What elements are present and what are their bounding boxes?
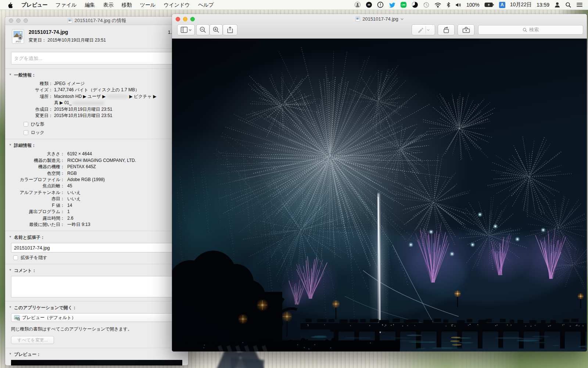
notification-center-icon[interactable] [576,0,583,10]
menu-bar-time[interactable]: 13:59 [537,2,549,8]
share-button[interactable] [223,24,237,35]
toolbox-icon [462,26,470,33]
detail-row-alpha: アルファチャンネル：いいえ [5,190,188,196]
battery-percent: 100% [466,2,480,8]
menu-item-view[interactable]: 表示 [99,0,118,10]
change-all-button[interactable]: すべてを変更... [11,336,54,344]
section-details-header: ▼詳細情報： [5,142,188,149]
menu-bar-date[interactable]: 10月22日 [510,1,532,8]
comment-textarea[interactable] [11,276,182,297]
detail-row-redeye: 赤目：いいえ [5,196,188,202]
chevron-down-icon [427,29,430,31]
search-field[interactable]: 検索 [478,25,583,35]
menu-bar: プレビュー ファイル 編集 表示 移動 ツール ウインドウ ヘルプ ∞ ! LI… [0,0,588,10]
window-controls [9,18,28,23]
menu-item-file[interactable]: ファイル [51,0,80,10]
disclosure-triangle-icon[interactable]: ▼ [9,143,12,146]
fireworks-photo [172,39,587,351]
preview-app-icon [14,315,20,321]
preview-window-header[interactable]: 20151017-74.jpg 検索 [172,14,587,39]
info-row-created: 作成日：2015年10月19日月曜日 23:51 [5,106,188,113]
section-comment: ▼コメント： [5,264,188,301]
markup-toolbox-button[interactable] [458,24,474,35]
section-open-with-header: ▼このアプリケーションで開く： [5,305,188,311]
info-row-location-2: 真 ▶ 01_ [5,100,188,106]
info-row-size: サイズ：1,747,746 バイト（ディスク上の 1.7 MB） [5,87,188,93]
alert-circle-icon[interactable]: ! [377,0,384,10]
creative-cloud-icon[interactable]: ∞ [366,0,372,10]
redacted-path-segment [73,102,104,105]
jpeg-file-icon: JPEG [11,29,25,44]
search-icon [523,28,527,32]
locked-checkbox[interactable] [24,130,28,135]
menu-item-go[interactable]: 移動 [118,0,136,10]
svg-text:!: ! [380,3,381,7]
section-preview: ▼プレビュー： [5,348,188,365]
title-chevron-icon[interactable] [400,18,404,21]
zoom-out-button[interactable] [196,24,209,35]
menu-item-edit[interactable]: 編集 [81,0,99,10]
preview-window: 20151017-74.jpg 検索 [172,14,587,351]
battery-charging-icon[interactable] [484,0,494,10]
wifi-icon[interactable] [434,0,441,10]
pie-menu-icon[interactable] [412,0,418,10]
disclosure-triangle-icon[interactable]: ▼ [9,305,12,309]
detail-row-model: 機器の機種：PENTAX 645Z [5,164,188,170]
user-circle-icon[interactable] [354,0,361,10]
stationery-checkbox[interactable] [24,122,28,127]
svg-text:∞: ∞ [368,3,370,7]
tags-section [5,48,188,68]
disclosure-triangle-icon[interactable]: ▼ [9,352,12,355]
sidebar-icon [180,26,189,33]
minimize-button[interactable] [16,18,21,23]
svg-text:JPEG: JPEG [15,40,21,43]
info-window: 20151017-74.jpg の情報 JPEG 20151017-74.jpg… [5,17,188,365]
menu-bar-status-area: ∞ ! LINE 100% A 10月22日 13:59 [354,0,584,10]
rotate-left-button[interactable] [438,24,455,35]
menu-item-app[interactable]: プレビュー [17,0,51,10]
redacted-path-segment [107,95,128,98]
input-source-badge[interactable]: A [499,2,505,8]
chevron-down-icon [189,29,192,31]
menu-item-window[interactable]: ウインドウ [159,0,194,10]
filename-input[interactable] [11,243,182,252]
zoom-button[interactable] [24,18,28,23]
tags-input[interactable] [11,52,182,64]
disclosure-triangle-icon[interactable]: ▼ [9,235,12,238]
section-name-ext-header: ▼名前と拡張子： [5,234,188,241]
svg-text:LINE: LINE [402,4,405,6]
menu-item-help[interactable]: ヘルプ [194,0,218,10]
section-general-header: ▼一般情報： [5,72,188,78]
line-app-icon[interactable]: LINE [400,0,407,10]
detail-row-lastopened: 最後に開いた日：一昨日 9:13 [5,222,188,228]
apple-menu-icon[interactable] [4,2,17,8]
info-row-modified: 変更日：2015年10月19日月曜日 23:51 [5,113,188,119]
time-machine-icon[interactable] [423,0,430,10]
volume-icon[interactable] [455,0,462,10]
detail-row-focal: 焦点距離：45 [5,183,188,189]
section-name-ext: ▼名前と拡張子： 拡張子を隠す [5,231,188,264]
disclosure-triangle-icon[interactable]: ▼ [9,268,12,272]
section-general: ▼一般情報： 種類：JPEG イメージ サイズ：1,747,746 バイト（ディ… [5,68,188,139]
bluetooth-icon[interactable] [446,0,451,10]
menu-item-tools[interactable]: ツール [136,0,160,10]
open-with-note: 同じ種類の書類はすべてこのアプリケーションで開きます。 [11,326,182,332]
hide-extension-checkbox[interactable] [13,255,18,260]
close-button[interactable] [9,18,13,23]
zoom-in-button[interactable] [209,24,223,35]
info-window-titlebar[interactable]: 20151017-74.jpg の情報 [5,17,188,25]
fast-user-switch-icon[interactable] [554,0,560,10]
markup-button-group[interactable] [412,24,435,35]
section-open-with: ▼このアプリケーションで開く： プレビュー（デフォルト） 同じ種類の書類はすべて… [5,301,188,348]
twitter-icon[interactable] [388,0,395,10]
preview-title-row: 20151017-74.jpg [172,16,587,22]
search-placeholder: 検索 [529,26,539,33]
sidebar-view-button[interactable] [177,24,195,35]
open-with-dropdown[interactable]: プレビュー（デフォルト） [11,313,182,322]
share-icon [227,26,233,33]
detail-row-program: 露出プログラム：1 [5,209,188,215]
disclosure-triangle-icon[interactable]: ▼ [9,73,12,76]
section-details: ▼詳細情報： 大きさ：6192 × 4644 機器の製造元：RICOH IMAG… [5,139,188,231]
document-proxy-icon[interactable] [355,16,361,22]
spotlight-search-icon[interactable] [565,0,571,10]
